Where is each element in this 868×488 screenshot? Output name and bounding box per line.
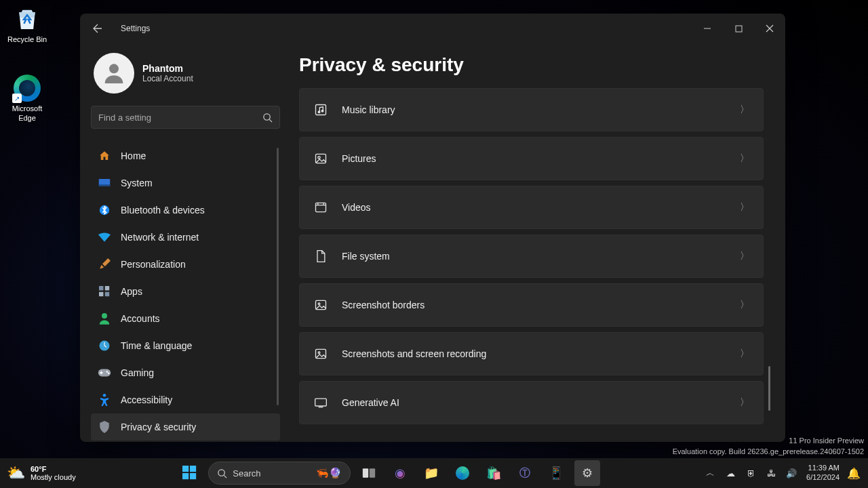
- page-title: Privacy & security: [299, 54, 770, 76]
- sidebar-item-bluetooth-devices[interactable]: Bluetooth & devices: [91, 197, 280, 224]
- svg-point-18: [321, 110, 323, 112]
- videos-icon: [313, 200, 328, 215]
- setting-row-generative-ai[interactable]: Generative AI 〉: [299, 381, 764, 424]
- taskbar-store[interactable]: 🛍️: [481, 460, 507, 486]
- sidebar-item-gaming[interactable]: Gaming: [91, 359, 280, 386]
- pictures-icon: [313, 151, 328, 166]
- sidebar-item-label: Apps: [121, 286, 142, 297]
- sidebar-item-label: Time & language: [121, 340, 192, 351]
- svg-point-25: [318, 352, 320, 354]
- nav: Home System Bluetooth & devices Network …: [91, 142, 280, 442]
- svg-rect-26: [315, 399, 327, 406]
- network-icon: [98, 230, 111, 244]
- main-panel: Privacy & security Music library 〉 Pictu…: [287, 43, 785, 442]
- search-input[interactable]: [98, 113, 262, 123]
- taskbar-settings[interactable]: ⚙: [574, 460, 600, 486]
- setting-row-file-system[interactable]: File system 〉: [299, 235, 764, 278]
- taskbar-notifications[interactable]: 🔔: [846, 464, 861, 483]
- setting-row-videos[interactable]: Videos 〉: [299, 186, 764, 229]
- sidebar-item-label: Bluetooth & devices: [121, 205, 205, 216]
- taskbar-weather[interactable]: ⛅ 60°F Mostly cloudy: [7, 464, 76, 482]
- apps-icon: [98, 285, 111, 298]
- taskbar-phone-link[interactable]: 📱: [543, 460, 569, 486]
- desktop-icon-label: Microsoft Edge: [3, 104, 51, 123]
- search-icon: [217, 468, 227, 479]
- task-view-icon: [362, 468, 376, 479]
- sidebar-item-privacy-security[interactable]: Privacy & security: [91, 413, 280, 441]
- chevron-up-icon: ︿: [706, 467, 715, 479]
- accessibility-icon: [98, 393, 111, 407]
- taskbar-edge[interactable]: [450, 460, 475, 486]
- chevron-right-icon: 〉: [740, 104, 749, 116]
- notification-icon: 🔔: [847, 467, 861, 480]
- chevron-right-icon: 〉: [740, 201, 749, 214]
- chevron-right-icon: 〉: [740, 299, 749, 311]
- sidebar-item-time-language[interactable]: Time & language: [91, 332, 280, 359]
- watermark-line1: 11 Pro Insider Preview: [673, 436, 864, 446]
- sidebar-item-label: Network & internet: [121, 232, 199, 243]
- taskbar-copilot[interactable]: ◉: [387, 460, 413, 486]
- sidebar-item-personalization[interactable]: Personalization: [91, 251, 280, 278]
- taskbar-task-view[interactable]: [356, 460, 382, 486]
- sidebar: Phantom Local Account Home: [80, 43, 287, 442]
- content-scrollbar[interactable]: [768, 366, 770, 411]
- sidebar-item-accounts[interactable]: Accounts: [91, 305, 280, 332]
- svg-rect-8: [99, 292, 103, 296]
- sidebar-item-accessibility[interactable]: Accessibility: [91, 386, 280, 413]
- svg-rect-32: [363, 468, 368, 477]
- windows-logo-icon: [182, 466, 197, 481]
- taskbar-clock[interactable]: 11:39 AM 6/12/2024: [804, 464, 842, 483]
- screenshots-recording-icon: [313, 346, 328, 361]
- svg-rect-33: [370, 468, 375, 477]
- avatar-icon: [94, 53, 134, 94]
- setting-row-screenshot-borders[interactable]: Screenshot borders 〉: [299, 283, 764, 327]
- tray-security[interactable]: ⛨: [743, 465, 759, 481]
- close-button[interactable]: [754, 16, 785, 41]
- personalization-icon: [98, 258, 111, 271]
- svg-point-20: [318, 157, 320, 159]
- sidebar-item-home[interactable]: Home: [91, 142, 280, 169]
- desktop-icon-recycle-bin[interactable]: Recycle Bin: [3, 5, 51, 45]
- tray-overflow[interactable]: ︿: [702, 465, 718, 481]
- setting-row-screenshots-recording[interactable]: Screenshots and screen recording 〉: [299, 332, 764, 375]
- microsoft-edge-icon: ↗: [14, 75, 41, 102]
- clock-time: 11:39 AM: [806, 464, 840, 473]
- tray-volume[interactable]: 🔊: [783, 465, 800, 481]
- taskbar-search-label: Search: [233, 468, 260, 479]
- clock-date: 6/12/2024: [806, 473, 840, 483]
- titlebar[interactable]: Settings: [80, 14, 785, 43]
- search-box[interactable]: [91, 106, 280, 129]
- cloud-icon: ☁: [726, 468, 735, 479]
- svg-point-10: [102, 313, 107, 319]
- tray-network[interactable]: 🖧: [763, 465, 779, 481]
- file-system-icon: [313, 249, 328, 264]
- maximize-button[interactable]: [723, 16, 754, 41]
- tray-onedrive[interactable]: ☁: [722, 465, 738, 481]
- setting-row-music-library[interactable]: Music library 〉: [299, 88, 764, 131]
- start-button[interactable]: [177, 460, 203, 486]
- sidebar-item-network-internet[interactable]: Network & internet: [91, 224, 280, 251]
- back-button[interactable]: [87, 18, 108, 39]
- taskbar-file-explorer[interactable]: 📁: [418, 460, 444, 486]
- taskbar-teams[interactable]: Ⓣ: [512, 460, 538, 486]
- desktop-icon-microsoft-edge[interactable]: ↗ Microsoft Edge: [3, 75, 51, 123]
- minimize-button[interactable]: [692, 16, 723, 41]
- taskbar-search[interactable]: Search 🦐🔮: [208, 462, 351, 485]
- user-subtitle: Local Account: [142, 74, 193, 83]
- edge-icon: [456, 466, 469, 480]
- desktop-icon-label: Recycle Bin: [3, 35, 51, 45]
- user-account-tile[interactable]: Phantom Local Account: [91, 43, 280, 106]
- svg-rect-27: [182, 466, 189, 472]
- search-decoration-icon: 🦐🔮: [316, 467, 342, 479]
- svg-point-13: [106, 371, 108, 372]
- svg-point-15: [103, 394, 106, 397]
- ethernet-icon: 🖧: [767, 468, 776, 479]
- sidebar-item-system[interactable]: System: [91, 169, 280, 197]
- sidebar-item-apps[interactable]: Apps: [91, 278, 280, 305]
- screenshot-borders-icon: [313, 298, 328, 312]
- weather-desc: Mostly cloudy: [31, 473, 76, 481]
- generative-ai-icon: [313, 395, 328, 410]
- svg-point-14: [108, 373, 109, 374]
- setting-row-pictures[interactable]: Pictures 〉: [299, 137, 764, 180]
- copilot-icon: ◉: [395, 466, 406, 481]
